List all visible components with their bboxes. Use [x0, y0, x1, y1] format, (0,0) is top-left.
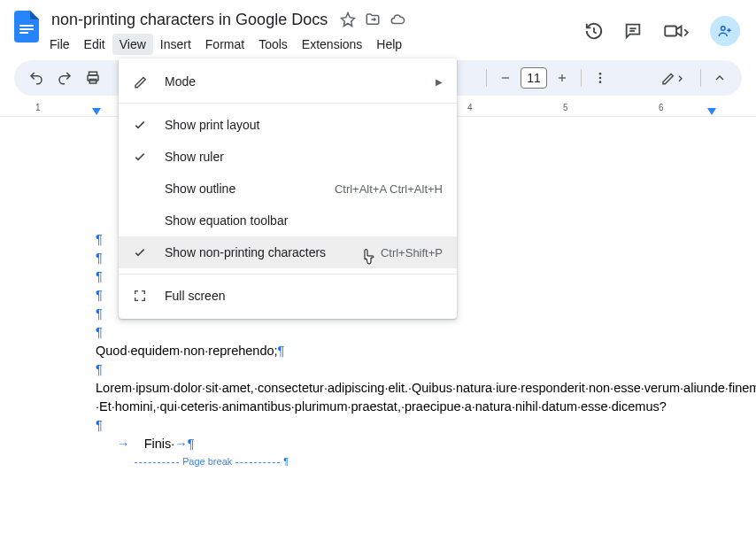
menu-item-shortcut: Ctrl+Alt+A Ctrl+Alt+H — [335, 182, 443, 196]
menu-separator — [119, 274, 457, 275]
svg-rect-1 — [19, 28, 34, 30]
svg-point-6 — [721, 27, 726, 31]
menu-item-fullscreen[interactable]: Full screen — [119, 280, 457, 312]
page-break-label: Page break — [182, 455, 232, 469]
menu-item-print-layout[interactable]: Show print layout — [119, 109, 457, 141]
font-size-increase[interactable] — [549, 65, 575, 91]
menu-item-label: Show non-printing characters — [165, 245, 381, 259]
menu-tools[interactable]: Tools — [251, 34, 295, 55]
pencil-icon — [133, 73, 165, 89]
share-button[interactable] — [710, 16, 740, 46]
menu-item-label: Full screen — [165, 289, 443, 303]
history-icon[interactable] — [582, 19, 606, 43]
meet-icon[interactable] — [660, 19, 694, 43]
ruler-tick: 6 — [659, 103, 664, 112]
menu-item-label: Show print layout — [165, 118, 443, 132]
menu-file[interactable]: File — [42, 34, 77, 55]
more-tools-icon[interactable] — [587, 65, 613, 91]
collapse-toolbar-icon[interactable] — [706, 65, 733, 91]
menu-item-label: Show outline — [165, 182, 335, 196]
check-icon — [133, 150, 165, 164]
editing-mode-icon[interactable] — [652, 65, 695, 91]
docs-logo-icon[interactable] — [11, 11, 42, 43]
print-button[interactable] — [80, 65, 106, 91]
svg-point-15 — [599, 73, 602, 75]
pilcrow: ¶ — [96, 418, 103, 432]
redo-button[interactable] — [51, 65, 78, 91]
svg-point-17 — [599, 81, 602, 83]
svg-point-16 — [599, 77, 602, 80]
view-menu-dropdown: Mode ▶ Show print layout Show ruler Show… — [119, 58, 457, 319]
menu-item-non-printing-chars[interactable]: Show non-printing characters Ctrl+Shift+… — [119, 236, 457, 268]
pilcrow: ¶ — [96, 325, 103, 339]
body-text: Lorem·ipsum·dolor·sit·amet,·consectetur·… — [96, 381, 756, 395]
pilcrow: ¶ — [278, 344, 285, 358]
menu-item-equation-toolbar[interactable]: Show equation toolbar — [119, 205, 457, 236]
tab-character: → — [117, 437, 130, 451]
menu-item-outline[interactable]: Show outline Ctrl+Alt+A Ctrl+Alt+H — [119, 173, 457, 205]
fullscreen-icon — [133, 289, 165, 303]
menu-item-mode[interactable]: Mode ▶ — [119, 66, 457, 97]
font-size-decrease[interactable] — [492, 65, 519, 91]
pilcrow: ¶ — [96, 306, 103, 321]
check-icon — [133, 118, 165, 132]
menu-format[interactable]: Format — [198, 34, 251, 55]
tab-character: → — [174, 437, 188, 451]
menu-help[interactable]: Help — [369, 34, 409, 55]
pilcrow: ¶ — [96, 232, 103, 246]
menu-item-label: Mode — [165, 74, 436, 89]
indent-marker-left[interactable] — [92, 108, 101, 115]
pilcrow: ¶ — [96, 362, 103, 376]
menu-separator — [119, 103, 457, 104]
star-icon[interactable] — [338, 10, 358, 29]
pilcrow: ¶ — [96, 251, 103, 265]
svg-rect-2 — [19, 32, 28, 34]
comments-icon[interactable] — [621, 19, 644, 43]
menu-item-shortcut: Ctrl+Shift+P — [381, 246, 443, 259]
text-line: Finis· — [144, 437, 175, 451]
ruler-tick: 4 — [467, 103, 473, 112]
document-title[interactable]: non-printing characters in Google Docs — [46, 9, 333, 31]
page-break: Page break ¶ — [96, 455, 660, 469]
undo-button[interactable] — [23, 65, 50, 91]
font-size-input[interactable]: 11 — [521, 67, 547, 89]
submenu-arrow-icon: ▶ — [436, 77, 443, 87]
text-line: Quod·equidem·non·reprehendo; — [96, 344, 278, 358]
pilcrow: ¶ — [96, 288, 103, 302]
ruler-tick: 1 — [35, 103, 41, 112]
move-icon[interactable] — [363, 10, 382, 29]
pilcrow: ¶ — [96, 269, 103, 283]
menu-edit[interactable]: Edit — [77, 34, 112, 55]
menu-item-label: Show ruler — [165, 150, 443, 164]
menu-extensions[interactable]: Extensions — [295, 34, 369, 55]
menu-insert[interactable]: Insert — [153, 34, 198, 55]
menu-item-ruler[interactable]: Show ruler — [119, 141, 457, 173]
pilcrow: ¶ — [188, 437, 195, 451]
menubar: File Edit View Insert Format Tools Exten… — [42, 34, 582, 55]
check-icon — [133, 245, 165, 259]
svg-rect-5 — [665, 27, 676, 36]
menu-view[interactable]: View — [112, 34, 153, 55]
svg-rect-0 — [19, 25, 34, 27]
cloud-status-icon[interactable] — [388, 10, 407, 29]
pilcrow: ¶ — [283, 455, 289, 469]
ruler-tick: 5 — [563, 103, 568, 112]
indent-marker-right[interactable] — [707, 108, 716, 115]
menu-item-label: Show equation toolbar — [165, 213, 443, 228]
